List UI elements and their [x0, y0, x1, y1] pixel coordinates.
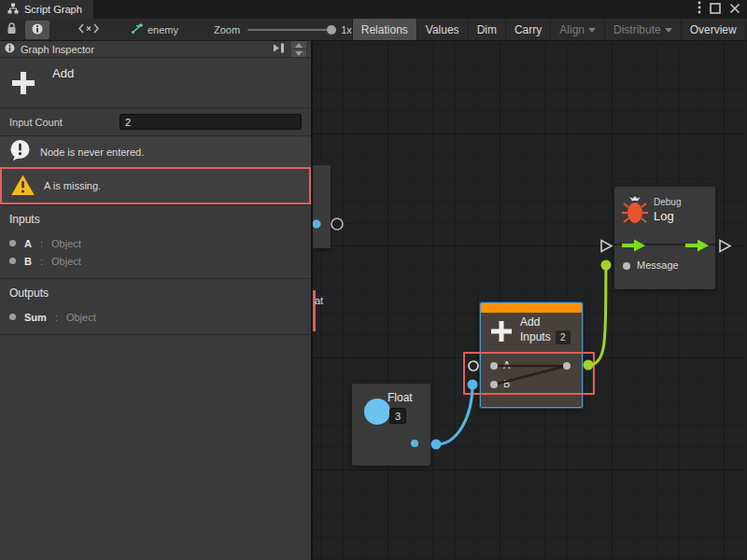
inputs-header: Inputs: [9, 213, 302, 226]
tab-script-graph[interactable]: Script Graph: [0, 0, 93, 19]
inspector-title: Graph Inspector: [21, 44, 266, 55]
wire-start-dot: [431, 440, 442, 450]
port-dot-icon: [9, 258, 16, 264]
unconnected-port-circle: [331, 218, 343, 230]
float-node[interactable]: Float 3: [352, 384, 430, 466]
window-menu-icon[interactable]: [698, 1, 701, 18]
graph-name: enemy: [148, 24, 178, 35]
add-node-title: Add Inputs2: [520, 315, 571, 344]
overview-button[interactable]: Overview: [681, 19, 745, 40]
message-connection-dot: [601, 260, 612, 271]
spin-up-icon[interactable]: [295, 43, 303, 48]
zoom-value: 1x: [341, 24, 352, 35]
titlebar: Script Graph: [0, 0, 747, 19]
debug-node-title: Log: [654, 209, 674, 223]
lock-button[interactable]: [0, 19, 23, 40]
values-button[interactable]: Values: [416, 19, 468, 40]
wires-overlay: [313, 41, 747, 560]
info-message: Node is never entered.: [0, 136, 311, 167]
chevron-down-icon: [588, 28, 596, 33]
inspector-toggle-button[interactable]: [25, 21, 49, 39]
outputs-header: Outputs: [9, 287, 302, 300]
float-node-title: Float: [388, 391, 413, 404]
debug-log-node[interactable]: Debug Log Message: [614, 187, 715, 289]
missing-input-highlight: [463, 352, 595, 395]
flow-continuation-right-icon: [720, 241, 730, 252]
input-port-a: A : Object: [9, 234, 302, 252]
toolbar: enemy Zoom 1x Relations Values Dim Carry…: [0, 19, 747, 41]
view-options-group: Relations Values Dim Carry Align Distrib…: [352, 19, 747, 40]
carry-button[interactable]: Carry: [505, 19, 550, 40]
zoom-label: Zoom: [214, 24, 240, 35]
debug-node-category: Debug: [654, 197, 681, 207]
add-node-header-bar: [481, 303, 582, 313]
float-type-icon: [364, 399, 390, 425]
dim-button[interactable]: Dim: [468, 19, 505, 40]
bug-icon: [622, 195, 648, 229]
warning-triangle-icon: [10, 174, 35, 199]
distribute-dropdown[interactable]: Distribute: [604, 19, 681, 40]
dock-panel-icon[interactable]: [272, 42, 286, 56]
lock-icon: [7, 22, 17, 36]
align-dropdown[interactable]: Align: [550, 19, 604, 40]
port-dot-icon: [9, 240, 16, 246]
add-unit-icon: [9, 69, 37, 102]
relations-button[interactable]: Relations: [352, 19, 416, 40]
info-icon: [5, 43, 15, 55]
selected-unit-header: Add: [0, 58, 311, 108]
warning-message: A is missing.: [0, 167, 311, 204]
code-view-button[interactable]: [72, 19, 106, 40]
input-count-label: Input Count: [9, 117, 120, 128]
output-port-sum: Sum : Object: [9, 308, 302, 326]
inputs-section: Inputs A : Object B : Object: [0, 205, 311, 279]
info-icon: [32, 23, 43, 36]
port-dot-icon: [9, 314, 16, 320]
inspector-messages: Node is never entered. A is missing.: [0, 136, 311, 205]
unit-title: Add: [52, 66, 74, 102]
graph-breadcrumb[interactable]: enemy: [120, 23, 188, 36]
outputs-section: Outputs Sum : Object: [0, 279, 311, 335]
chevron-down-icon: [665, 28, 672, 33]
flow-continuation-left-icon: [601, 241, 612, 252]
graph-tab-icon: [7, 3, 19, 16]
code-icon: [78, 23, 99, 35]
speech-exclamation-icon: [8, 139, 32, 164]
graph-canvas[interactable]: at Float 3 Add Inputs2 A B: [313, 41, 747, 560]
window-maximize-icon[interactable]: [710, 1, 721, 18]
graph-inspector-panel: Graph Inspector Add Input Count 2: [0, 41, 313, 560]
float-value-field[interactable]: 3: [389, 408, 406, 424]
input-count-field[interactable]: 2: [120, 114, 302, 130]
zoom-slider-handle[interactable]: [327, 25, 336, 35]
tab-label: Script Graph: [24, 4, 82, 15]
window-close-icon[interactable]: [729, 1, 740, 18]
clipped-node[interactable]: at: [313, 165, 331, 248]
zoom-slider[interactable]: [247, 29, 333, 31]
message-port-label: Message: [637, 259, 679, 271]
wire-sum-to-message: [588, 265, 606, 365]
input-count-badge: 2: [556, 330, 571, 344]
spin-down-icon[interactable]: [295, 51, 303, 56]
plus-icon: [489, 319, 514, 347]
input-port-b: B : Object: [9, 252, 302, 270]
graph-icon: [130, 23, 143, 36]
input-count-row: Input Count 2: [0, 108, 311, 136]
panel-spinner[interactable]: [291, 41, 306, 57]
